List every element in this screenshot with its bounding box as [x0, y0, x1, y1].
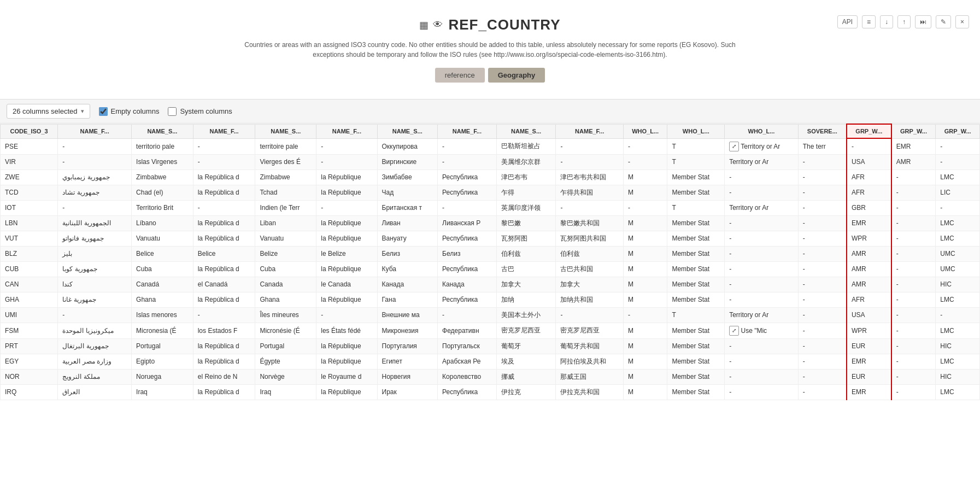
cell-r1-c6: Виргинские — [377, 154, 438, 169]
table-row[interactable]: IOT-Territorio Brit-Indien (le Terr-Брит… — [1, 200, 980, 215]
col-header-NAME_S___-4[interactable]: NAME_S... — [255, 124, 316, 138]
table-row[interactable]: FSMميكرونيزيا الموحدةMicronesia (Élos Es… — [1, 323, 980, 338]
cell-r12-c4: Micronésie (É — [255, 323, 316, 338]
cell-r7-c12: - — [725, 246, 799, 261]
col-header-GRP_W___-16[interactable]: GRP_W... — [936, 124, 980, 138]
filter-button[interactable]: ≡ — [862, 15, 876, 28]
col-header-NAME_F___-9[interactable]: NAME_F... — [556, 124, 623, 138]
cell-r7-c6: Белиз — [377, 246, 438, 261]
cell-r1-c1: - — [58, 154, 132, 169]
cell-r15-c13: - — [798, 369, 847, 384]
tag-reference[interactable]: reference — [435, 68, 485, 83]
skip-button[interactable]: ⏭ — [915, 15, 931, 28]
cell-r11-c6: Внешние ма — [377, 307, 438, 323]
table-row[interactable]: ZWEجمهورية زيمبابويZimbabwela República … — [1, 169, 980, 185]
col-header-WHO_L___-12[interactable]: WHO_L... — [725, 124, 799, 138]
cell-r7-c3: Belice — [193, 246, 255, 261]
col-header-WHO_L___-10[interactable]: WHO_L... — [623, 124, 667, 138]
table-row[interactable]: VUTجمهورية فانواتوVanuatula República dV… — [1, 231, 980, 246]
cell-r8-c14: AMR — [847, 261, 891, 277]
system-columns-toggle[interactable]: System columns — [168, 107, 232, 116]
table-row[interactable]: IRQالعراقIraqla República dIraqla Républ… — [1, 384, 980, 400]
table-row[interactable]: LBNالجمهورية اللبنانيةLíbanola República… — [1, 215, 980, 231]
empty-columns-toggle[interactable]: Empty columns — [99, 107, 160, 116]
upload-button[interactable]: ↑ — [897, 15, 911, 28]
table-row[interactable]: VIR-Islas Virgenes-Vierges des É-Виргинс… — [1, 154, 980, 169]
cell-r2-c16: LMC — [936, 169, 980, 185]
tag-geography[interactable]: Geography — [488, 68, 545, 83]
col-header-CODE_ISO_3-0[interactable]: CODE_ISO_3 — [1, 124, 58, 138]
col-header-NAME_F___-3[interactable]: NAME_F... — [193, 124, 255, 138]
cell-r4-c15: - — [891, 200, 936, 215]
table-row[interactable]: CANكنداCanadáel CanadáCanadale CanadaКан… — [1, 277, 980, 292]
cell-r16-c8: 伊拉克 — [496, 384, 556, 400]
col-header-SOVERE___-13[interactable]: SOVERE... — [798, 124, 847, 138]
cell-r9-c2: Canadá — [132, 277, 193, 292]
download-button[interactable]: ↓ — [880, 15, 893, 28]
cell-r5-c10: M — [623, 215, 667, 231]
edit-button[interactable]: ✎ — [936, 15, 951, 28]
cell-r0-c2: territorio pale — [132, 138, 193, 154]
expand-icon[interactable]: ⤢ — [729, 326, 739, 336]
cell-r15-c5: le Royaume d — [316, 369, 377, 384]
cell-r13-c14: EUR — [847, 338, 891, 354]
cell-r6-c0: VUT — [1, 231, 58, 246]
table-row[interactable]: PRTجمهورية البرتغالPortugalla República … — [1, 338, 980, 354]
cell-r5-c2: Líbano — [132, 215, 193, 231]
col-header-NAME_S___-6[interactable]: NAME_S... — [377, 124, 438, 138]
columns-selector[interactable]: 26 columns selected ▾ — [7, 104, 90, 119]
col-header-NAME_F___-1[interactable]: NAME_F... — [58, 124, 132, 138]
cell-r13-c8: 葡萄牙 — [496, 338, 556, 354]
col-header-WHO_L___-11[interactable]: WHO_L... — [667, 124, 725, 138]
cell-r7-c13: - — [798, 246, 847, 261]
top-actions: API ≡ ↓ ↑ ⏭ ✎ × — [837, 15, 969, 28]
api-button[interactable]: API — [837, 15, 858, 28]
table-row[interactable]: NORمملكة النرويجNoruegael Reino de NNorv… — [1, 369, 980, 384]
table-row[interactable]: UMI-Islas menores-Îles mineures-Внешние … — [1, 307, 980, 323]
col-header-GRP_W___-14[interactable]: GRP_W... — [847, 124, 891, 138]
table-row[interactable]: GHAجمهورية غاناGhanala República dGhanal… — [1, 292, 980, 307]
cell-r7-c4: Belize — [255, 246, 316, 261]
system-columns-checkbox[interactable] — [168, 107, 177, 116]
empty-columns-checkbox[interactable] — [99, 107, 108, 116]
col-header-GRP_W___-15[interactable]: GRP_W... — [891, 124, 936, 138]
cell-r5-c5: la République — [316, 215, 377, 231]
cell-r15-c2: Noruega — [132, 369, 193, 384]
cell-r12-c15: - — [891, 323, 936, 338]
table-row[interactable]: PSE-territorio pale-territoire pale-Окку… — [1, 138, 980, 154]
table-row[interactable]: BLZبليزBeliceBeliceBelizele BelizeБелизБ… — [1, 246, 980, 261]
expand-icon[interactable]: ⤢ — [729, 142, 739, 151]
cell-r8-c10: M — [623, 261, 667, 277]
col-header-NAME_S___-8[interactable]: NAME_S... — [496, 124, 556, 138]
table-row[interactable]: TCDجمهورية تشادChad (el)la República dTc… — [1, 185, 980, 200]
cell-r0-c8: 巴勒斯坦被占 — [496, 138, 556, 154]
data-table: CODE_ISO_3NAME_F...NAME_S...NAME_F...NAM… — [0, 124, 980, 400]
cell-r14-c9: 阿拉伯埃及共和 — [556, 354, 623, 369]
table-row[interactable]: CUBجمهورية كوباCubala República dCubala … — [1, 261, 980, 277]
cell-r0-c12: ⤢ Territory or Ar — [725, 138, 799, 154]
cell-r8-c5: la République — [316, 261, 377, 277]
table-row[interactable]: EGYوزارة مصر العربيةEgiptola República d… — [1, 354, 980, 369]
cell-r11-c15: - — [891, 307, 936, 323]
close-button[interactable]: × — [955, 15, 969, 28]
edit-icon: ✎ — [941, 18, 946, 26]
cell-r11-c10: - — [623, 307, 667, 323]
cell-r14-c6: Египет — [377, 354, 438, 369]
cell-r16-c11: Member Stat — [667, 384, 725, 400]
cell-r5-c9: 黎巴嫩共和国 — [556, 215, 623, 231]
cell-r9-c13: - — [798, 277, 847, 292]
cell-r13-c1: جمهورية البرتغال — [58, 338, 132, 354]
col-header-NAME_F___-5[interactable]: NAME_F... — [316, 124, 377, 138]
cell-r6-c14: WPR — [847, 231, 891, 246]
cell-r11-c2: Islas menores — [132, 307, 193, 323]
cell-r8-c0: CUB — [1, 261, 58, 277]
cell-r1-c5: - — [316, 154, 377, 169]
col-header-NAME_F___-7[interactable]: NAME_F... — [438, 124, 497, 138]
cell-r16-c7: Республика — [438, 384, 497, 400]
cell-r15-c16: HIC — [936, 369, 980, 384]
col-header-NAME_S___-2[interactable]: NAME_S... — [132, 124, 193, 138]
cell-r12-c16: LMC — [936, 323, 980, 338]
cell-r9-c16: HIC — [936, 277, 980, 292]
tags-row: reference Geography — [11, 68, 969, 83]
cell-r11-c0: UMI — [1, 307, 58, 323]
